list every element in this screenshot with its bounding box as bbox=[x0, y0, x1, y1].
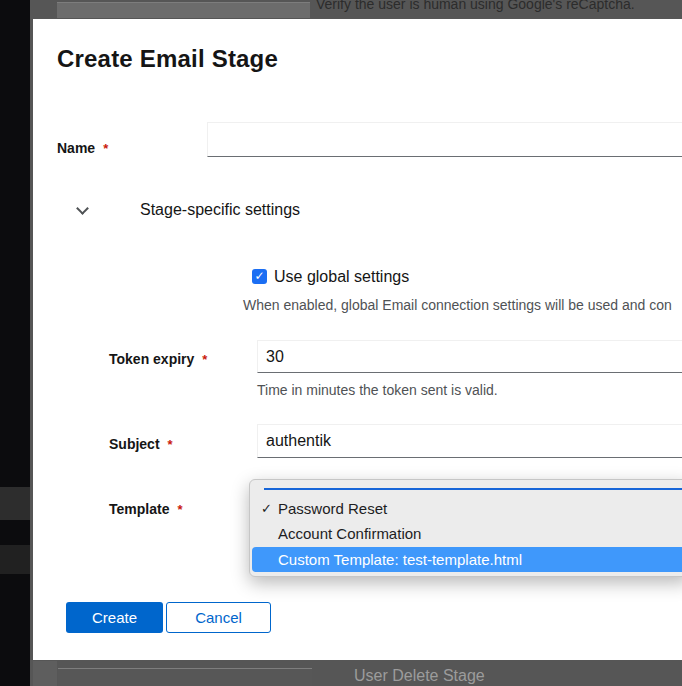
background-table-cell bbox=[58, 668, 312, 686]
template-select-dropdown: ✓Password Reset Account Confirmation Cus… bbox=[249, 479, 682, 577]
token-expiry-input[interactable] bbox=[257, 340, 682, 373]
chevron-down-icon bbox=[76, 202, 89, 215]
name-label: Name* bbox=[57, 140, 108, 156]
create-button[interactable]: Create bbox=[66, 602, 163, 633]
sidebar-item-highlight bbox=[0, 545, 30, 574]
app-sidebar-dimmed bbox=[0, 0, 30, 686]
modal-title: Create Email Stage bbox=[57, 45, 278, 73]
required-asterisk: * bbox=[177, 502, 182, 517]
subject-label: Subject* bbox=[109, 436, 173, 452]
group-label: Stage-specific settings bbox=[140, 201, 300, 219]
use-global-settings-checkbox[interactable]: ✓ bbox=[252, 269, 267, 284]
sidebar-item-highlight bbox=[0, 487, 30, 520]
stage-specific-settings-toggle[interactable]: Stage-specific settings bbox=[71, 197, 331, 227]
required-asterisk: * bbox=[168, 437, 173, 452]
name-input[interactable] bbox=[207, 122, 682, 157]
background-table-checkbox-cell bbox=[33, 661, 57, 686]
use-global-settings-label: Use global settings bbox=[274, 268, 409, 286]
required-asterisk: * bbox=[103, 141, 108, 156]
cancel-button[interactable]: Cancel bbox=[166, 602, 271, 633]
checkmark-icon: ✓ bbox=[261, 496, 272, 522]
subject-input[interactable] bbox=[257, 424, 682, 458]
dropdown-option-account-confirmation[interactable]: Account Confirmation bbox=[252, 521, 682, 547]
create-email-stage-modal: Create Email Stage Name* Stage-specific … bbox=[33, 19, 682, 660]
dropdown-option-password-reset[interactable]: ✓Password Reset bbox=[252, 496, 682, 522]
background-row-description: Verify the user is human using Google's … bbox=[316, 0, 635, 12]
dropdown-option-custom-template[interactable]: Custom Template: test-template.html bbox=[252, 547, 682, 572]
token-expiry-label: Token expiry* bbox=[109, 351, 207, 367]
required-asterisk: * bbox=[202, 352, 207, 367]
select-focus-border bbox=[264, 488, 682, 490]
token-expiry-help: Time in minutes the token sent is valid. bbox=[257, 382, 498, 398]
use-global-settings-help: When enabled, global Email connection se… bbox=[243, 297, 672, 313]
background-table-cell bbox=[57, 2, 310, 18]
background-row-stage-name: User Delete Stage bbox=[354, 667, 485, 685]
template-label: Template* bbox=[109, 501, 183, 517]
